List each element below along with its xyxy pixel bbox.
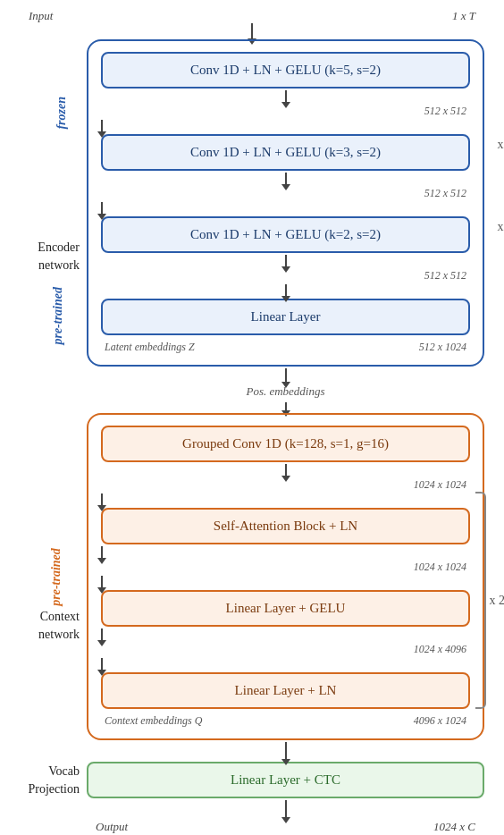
context-embed-row: Context embeddings Q 4096 x 1024 bbox=[101, 714, 470, 728]
arrow-before-conv2 bbox=[101, 120, 103, 132]
context-repeat-group: x 24 Self-Attention Block + LN 1024 x 10… bbox=[101, 492, 470, 709]
pos-embeddings-area: Pos. embeddings bbox=[54, 367, 505, 413]
encoder-outer-box: frozen pre-trained Conv 1D + LN + GELU (… bbox=[87, 39, 484, 367]
linear-gelu-dim: 1024 x 4096 bbox=[101, 643, 470, 656]
conv1-block: Conv 1D + LN + GELU (k=5, s=2) bbox=[101, 52, 470, 89]
arrow-before-conv3 bbox=[101, 202, 103, 215]
input-dim: 1 x T bbox=[452, 9, 475, 23]
context-embed-dim: 4096 x 1024 bbox=[414, 714, 466, 728]
linear-ln-block: Linear Layer + LN bbox=[101, 672, 470, 709]
arrow-context-to-vocab bbox=[285, 742, 287, 760]
arrow-input bbox=[251, 23, 253, 39]
context-outer-box: pre-trained Grouped Conv 1D (k=128, s=1,… bbox=[87, 413, 484, 740]
input-label: Input bbox=[29, 9, 53, 23]
output-label: Output bbox=[96, 820, 128, 834]
linear-block: Linear Layer bbox=[101, 299, 470, 335]
grouped-conv-block: Grouped Conv 1D (k=128, s=1, g=16) bbox=[101, 426, 470, 462]
arrow-before-linear-ln bbox=[101, 658, 103, 671]
vocab-section: VocabProjection Linear Layer + CTC bbox=[20, 762, 484, 798]
linear-gelu-block: Linear Layer + GELU bbox=[101, 590, 470, 627]
context-embed-label: Context embeddings Q bbox=[105, 714, 202, 728]
latent-label: Latent embeddings Z bbox=[105, 341, 195, 354]
arrow-before-linear-gelu bbox=[101, 576, 103, 588]
arrow-before-linear bbox=[285, 284, 287, 297]
arrow-after-linear-gelu bbox=[101, 628, 103, 641]
latent-row: Latent embeddings Z 512 x 1024 bbox=[101, 341, 470, 354]
x2-label: x 2 bbox=[498, 200, 505, 253]
vocab-block: Linear Layer + CTC bbox=[87, 762, 484, 798]
encoder-section: Encodernetwork frozen pre-trained Conv 1… bbox=[20, 39, 484, 367]
conv3-block: Conv 1D + LN + GELU (k=2, s=2) bbox=[101, 216, 470, 253]
pretrained-encoder-label: pre-trained bbox=[51, 287, 65, 345]
conv2-block: Conv 1D + LN + GELU (k=3, s=2) bbox=[101, 134, 470, 171]
arrow-after-grouped bbox=[285, 464, 287, 477]
vocab-network-label: VocabProjection bbox=[20, 762, 87, 798]
context-section: Contextnetwork pre-trained Grouped Conv … bbox=[20, 413, 484, 740]
output-label-row: Output 1024 x C bbox=[20, 820, 484, 834]
self-attention-block: Self-Attention Block + LN bbox=[101, 508, 470, 544]
arrow-after-selfattn bbox=[101, 546, 103, 559]
main-diagram: Input 1 x T Encodernetwork frozen pre-tr… bbox=[20, 9, 484, 835]
output-dim: 1024 x C bbox=[433, 820, 475, 834]
arrow-after-conv3 bbox=[285, 255, 287, 267]
arrow-after-conv1 bbox=[285, 90, 287, 103]
arrow-output bbox=[285, 800, 287, 818]
arrow-encoder-to-context bbox=[285, 368, 287, 383]
latent-dim: 512 x 1024 bbox=[419, 341, 466, 354]
x24-bracket: x 24 bbox=[475, 492, 505, 709]
arrow-after-conv2 bbox=[285, 173, 287, 185]
frozen-label: frozen bbox=[55, 97, 69, 130]
input-label-row: Input 1 x T bbox=[20, 9, 484, 23]
selfattn-dim: 1024 x 1024 bbox=[101, 561, 470, 574]
arrow-pos-embed bbox=[285, 402, 287, 411]
arrow-before-selfattn bbox=[101, 493, 103, 506]
x4-label: x 4 bbox=[498, 118, 505, 171]
pretrained-context-label: pre-trained bbox=[49, 548, 63, 606]
